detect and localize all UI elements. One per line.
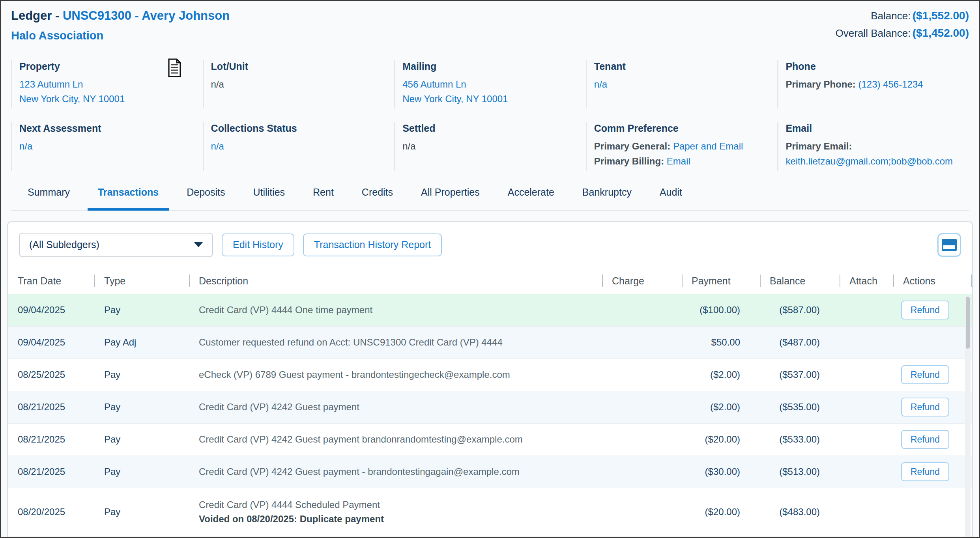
settled-cell: Settled n/a: [394, 122, 586, 170]
mailing-address-line1[interactable]: 456 Autumn Ln: [402, 79, 466, 90]
panel-view-button[interactable]: [937, 233, 961, 257]
type-cell: Pay: [94, 506, 189, 517]
property-address-line1[interactable]: 123 Autumn Ln: [19, 79, 83, 90]
description-text: Credit Card (VP) 4242 Guest payment: [199, 402, 603, 413]
description-text: Credit Card (VP) 4242 Guest payment bran…: [199, 434, 603, 445]
overall-balance-label: Overall Balance:: [836, 27, 911, 39]
balance-cell: ($537.00): [761, 369, 840, 380]
description-cell: Credit Card (VP) 4242 Guest payment: [189, 402, 603, 413]
description-text: Customer requested refund on Acct: UNSC9…: [199, 337, 603, 348]
chevron-down-icon: [194, 242, 203, 247]
window-panel-icon: [942, 239, 957, 251]
scrollbar-thumb[interactable]: [966, 297, 970, 349]
payment-cell: ($100.00): [683, 304, 761, 316]
tab-all-properties[interactable]: All Properties: [411, 184, 490, 211]
tenant-value[interactable]: n/a: [594, 79, 607, 90]
type-cell: Pay: [94, 369, 189, 380]
refund-button[interactable]: Refund: [901, 365, 949, 384]
property-address-line2[interactable]: New York City, NY 10001: [19, 93, 125, 104]
tab-rent[interactable]: Rent: [303, 184, 344, 211]
overall-balance-value: ($1,452.00): [913, 27, 969, 39]
refund-button[interactable]: Refund: [901, 430, 949, 449]
refund-button[interactable]: Refund: [901, 398, 949, 417]
type-cell: Pay: [94, 434, 189, 445]
column-header-payment: Payment: [682, 275, 760, 287]
tran-date-cell: 09/04/2025: [8, 337, 94, 348]
tab-accelerate[interactable]: Accelerate: [497, 184, 565, 211]
next-assessment-value[interactable]: n/a: [19, 141, 32, 151]
primary-general-value[interactable]: Paper and Email: [673, 141, 743, 151]
column-header-description: Description: [189, 275, 602, 287]
type-cell: Pay: [94, 402, 189, 413]
payment-cell: ($20.00): [683, 506, 761, 517]
table-row: 08/21/2025PayCredit Card (VP) 4242 Guest…: [8, 424, 972, 456]
transactions-toolbar: (All Subledgers) Edit History Transactio…: [8, 222, 972, 268]
column-header-actions: Actions: [893, 275, 971, 287]
type-cell: Pay Adj: [94, 337, 189, 348]
primary-email-value[interactable]: keith.lietzau@gmail.com;bob@bob.com: [785, 156, 953, 166]
column-header-type: Type: [94, 275, 189, 287]
tab-bankruptcy[interactable]: Bankruptcy: [572, 184, 642, 211]
primary-email-label: Primary Email:: [785, 141, 852, 151]
vertical-scrollbar: [965, 296, 971, 538]
transaction-history-report-button[interactable]: Transaction History Report: [303, 234, 442, 256]
mailing-label: Mailing: [402, 61, 576, 72]
tab-transactions[interactable]: Transactions: [88, 184, 169, 211]
table-header: Tran Date Type Description Charge Paymen…: [8, 268, 972, 294]
table-row: 09/04/2025PayCredit Card (VP) 4444 One t…: [8, 294, 972, 327]
tran-date-cell: 08/21/2025: [8, 434, 94, 445]
voided-note: Voided on 08/20/2025: Duplicate payment: [199, 514, 603, 525]
lot-unit-value: n/a: [211, 77, 385, 92]
description-text: eCheck (VP) 6789 Guest payment - brandon…: [199, 369, 603, 380]
primary-phone-value[interactable]: (123) 456-1234: [858, 79, 923, 90]
type-cell: Pay: [94, 466, 189, 477]
mailing-cell: Mailing 456 Autumn Ln New York City, NY …: [394, 60, 586, 108]
document-icon[interactable]: [166, 58, 182, 79]
subledger-select[interactable]: (All Subledgers): [19, 233, 213, 257]
association-link[interactable]: Halo Association: [11, 29, 103, 42]
balance-label: Balance:: [871, 10, 911, 22]
tran-date-cell: 08/20/2025: [8, 506, 94, 517]
table-row: 08/21/2025PayCredit Card (VP) 4242 Guest…: [8, 391, 972, 424]
table-row: 08/21/2025PayCredit Card (VP) 4242 Guest…: [8, 456, 972, 488]
balance-value: ($1,552.00): [913, 9, 969, 22]
comm-preference-label: Comm Preference: [594, 123, 768, 134]
mailing-address-line2[interactable]: New York City, NY 10001: [402, 93, 508, 104]
tab-audit[interactable]: Audit: [649, 184, 692, 211]
settled-label: Settled: [402, 123, 576, 134]
tab-utilities[interactable]: Utilities: [243, 184, 295, 211]
email-label: Email: [785, 123, 959, 134]
balance-cell: ($533.00): [761, 434, 840, 445]
refund-button[interactable]: Refund: [901, 301, 949, 319]
lot-unit-cell: Lot/Unit n/a: [203, 60, 395, 108]
table-row: 09/04/2025Pay AdjCustomer requested refu…: [8, 327, 972, 359]
primary-billing-value[interactable]: Email: [667, 156, 690, 166]
refund-button[interactable]: Refund: [901, 462, 949, 481]
page-title: Ledger - UNSC91300 - Avery Johnson: [11, 9, 230, 23]
tran-date-cell: 08/21/2025: [8, 466, 94, 477]
comm-preference-cell: Comm Preference Primary General: Paper a…: [586, 122, 778, 170]
collections-status-value[interactable]: n/a: [211, 141, 224, 151]
actions-cell: Refund: [894, 462, 972, 481]
phone-cell: Phone Primary Phone: (123) 456-1234: [777, 60, 969, 108]
payment-cell: ($2.00): [683, 402, 761, 413]
description-cell: Credit Card (VP) 4242 Guest payment - br…: [189, 466, 603, 477]
ledger-header-section: Ledger - UNSC91300 - Avery Johnson Halo …: [1, 1, 979, 211]
payment-cell: $50.00: [683, 337, 761, 348]
tenant-cell: Tenant n/a: [586, 60, 778, 108]
edit-history-button[interactable]: Edit History: [222, 234, 294, 256]
lot-unit-label: Lot/Unit: [211, 61, 385, 72]
tab-credits[interactable]: Credits: [352, 184, 403, 211]
actions-cell: Refund: [894, 430, 972, 449]
tab-summary[interactable]: Summary: [17, 184, 80, 211]
description-cell: eCheck (VP) 6789 Guest payment - brandon…: [189, 369, 603, 380]
balance-cell: ($587.00): [761, 304, 840, 316]
primary-phone-label: Primary Phone:: [785, 79, 855, 90]
property-cell: Property 123 Autumn Ln New York City, NY…: [11, 60, 203, 108]
account-link[interactable]: UNSC91300 - Avery Johnson: [63, 9, 230, 22]
column-header-balance: Balance: [760, 275, 840, 287]
payment-cell: ($30.00): [683, 466, 761, 477]
tab-deposits[interactable]: Deposits: [176, 184, 235, 211]
primary-billing-label: Primary Billing:: [594, 156, 664, 166]
description-text: Credit Card (VP) 4444 One time payment: [199, 304, 603, 316]
